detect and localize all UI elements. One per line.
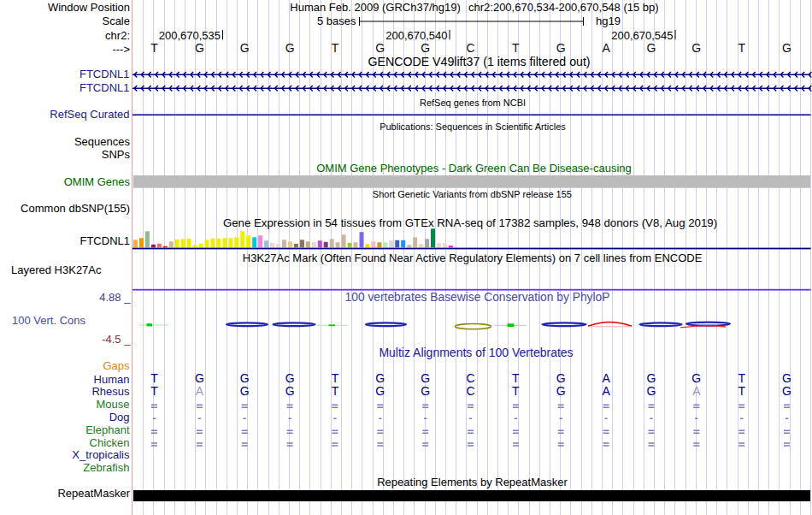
svg-text:T: T (150, 384, 158, 398)
svg-text:Publications: Sequences in Sci: Publications: Sequences in Scientific Ar… (380, 121, 566, 132)
svg-text:Sequences: Sequences (74, 135, 131, 148)
svg-text:G: G (285, 41, 295, 55)
svg-text:Rhesus: Rhesus (91, 385, 130, 398)
svg-text:RepeatMasker: RepeatMasker (57, 487, 130, 500)
svg-text:G: G (240, 371, 250, 385)
svg-text:-4.5 _: -4.5 _ (102, 333, 131, 346)
svg-text:FTCDNL1: FTCDNL1 (79, 68, 130, 80)
svg-text:G: G (240, 41, 250, 55)
svg-text:G: G (375, 384, 385, 398)
svg-text:T: T (332, 371, 339, 385)
svg-text:200,670,545: 200,670,545 (611, 29, 673, 42)
svg-text:G: G (375, 371, 385, 385)
svg-text:chr2:200,670,534-200,670,548 (: chr2:200,670,534-200,670,548 (15 bp) (468, 1, 659, 14)
svg-text:RefSeq genes from NCBI: RefSeq genes from NCBI (420, 98, 526, 108)
svg-text:Elephant: Elephant (85, 423, 130, 436)
svg-text:T: T (512, 371, 520, 385)
svg-text:FTCDNL1: FTCDNL1 (79, 234, 130, 247)
svg-text:A: A (602, 384, 610, 398)
svg-text:C: C (466, 384, 474, 398)
svg-text:Gaps: Gaps (103, 359, 130, 372)
svg-text:Human: Human (94, 373, 130, 386)
svg-text:T: T (738, 41, 745, 55)
svg-text:C: C (466, 41, 474, 55)
svg-text:Multiz Alignments of 100 Verte: Multiz Alignments of 100 Vertebrates (379, 346, 573, 359)
svg-text:G: G (556, 371, 566, 385)
svg-text:hg19: hg19 (596, 15, 621, 27)
svg-text:SNPs: SNPs (102, 148, 131, 161)
svg-text:T: T (150, 371, 158, 385)
svg-text:G: G (647, 371, 656, 385)
svg-text:T: T (738, 384, 745, 398)
svg-text:A: A (602, 371, 610, 385)
svg-text:G: G (691, 41, 701, 55)
svg-text:Mouse: Mouse (96, 398, 129, 411)
svg-text:G: G (240, 384, 250, 398)
svg-text:T: T (332, 384, 339, 398)
svg-text:Zebrafish: Zebrafish (83, 461, 129, 474)
svg-text:100 Vert. Cons: 100 Vert. Cons (12, 314, 85, 327)
svg-text:200,670,535: 200,670,535 (159, 29, 221, 42)
svg-text:A: A (692, 384, 701, 398)
svg-text:C: C (466, 371, 474, 385)
svg-text:RefSeq Curated: RefSeq Curated (50, 108, 129, 121)
svg-text:G: G (195, 41, 204, 55)
svg-text:Repeating Elements by RepeatMa: Repeating Elements by RepeatMasker (377, 476, 568, 488)
svg-text:G: G (375, 41, 385, 55)
svg-text:T: T (332, 41, 339, 55)
svg-text:G: G (285, 384, 295, 398)
svg-text:A: A (602, 41, 610, 55)
svg-text:G: G (421, 371, 430, 385)
svg-text:T: T (150, 41, 158, 55)
svg-text:GENCODE V49lift37 (1 items fil: GENCODE V49lift37 (1 items filtered out) (368, 55, 590, 68)
svg-text:G: G (421, 384, 430, 398)
svg-text:--->: ---> (112, 43, 130, 56)
svg-text:4.88 _: 4.88 _ (99, 291, 131, 304)
svg-text:Gene Expression in 54 tissues: Gene Expression in 54 tissues from GTEx … (223, 216, 717, 229)
svg-text:G: G (691, 371, 701, 385)
svg-text:Common dbSNP(155): Common dbSNP(155) (21, 202, 130, 215)
svg-text:FTCDNL1: FTCDNL1 (79, 81, 130, 94)
svg-text:5 bases: 5 bases (317, 15, 356, 27)
svg-text:Dog: Dog (109, 411, 130, 423)
svg-text:chr2:: chr2: (105, 29, 130, 42)
svg-text:Window Position: Window Position (48, 1, 130, 14)
svg-text:Chicken: Chicken (90, 436, 130, 449)
svg-text:G: G (782, 371, 791, 385)
svg-text:200,670,540: 200,670,540 (385, 29, 447, 42)
svg-text:Short Genetic Variants from db: Short Genetic Variants from dbSNP releas… (373, 189, 572, 199)
svg-text:OMIM Gene Phenotypes - Dark Gr: OMIM Gene Phenotypes - Dark Green Can Be… (316, 162, 632, 175)
svg-text:T: T (512, 384, 520, 398)
svg-text:G: G (782, 41, 791, 55)
svg-text:OMIM Genes: OMIM Genes (64, 175, 131, 188)
svg-text:T: T (512, 41, 520, 55)
svg-text:G: G (195, 371, 204, 385)
svg-text:G: G (285, 371, 295, 385)
svg-text:H3K27Ac Mark (Often Found Near: H3K27Ac Mark (Often Found Near Active Re… (243, 252, 703, 264)
svg-text:G: G (556, 384, 566, 398)
svg-text:G: G (556, 41, 566, 55)
svg-text:Human Feb. 2009 (GRCh37/hg19): Human Feb. 2009 (GRCh37/hg19) (290, 1, 460, 14)
svg-text:G: G (421, 41, 430, 55)
svg-text:X_tropicalis: X_tropicalis (72, 448, 130, 461)
svg-text:Scale: Scale (102, 15, 130, 27)
svg-text:Layered H3K27Ac: Layered H3K27Ac (11, 263, 102, 276)
svg-text:G: G (782, 384, 791, 398)
svg-text:G: G (647, 384, 656, 398)
svg-text:A: A (196, 384, 204, 398)
svg-text:T: T (738, 371, 745, 385)
svg-text:100 vertebrates Basewise Conse: 100 vertebrates Basewise Conservation by… (345, 291, 610, 304)
svg-text:G: G (647, 41, 656, 55)
